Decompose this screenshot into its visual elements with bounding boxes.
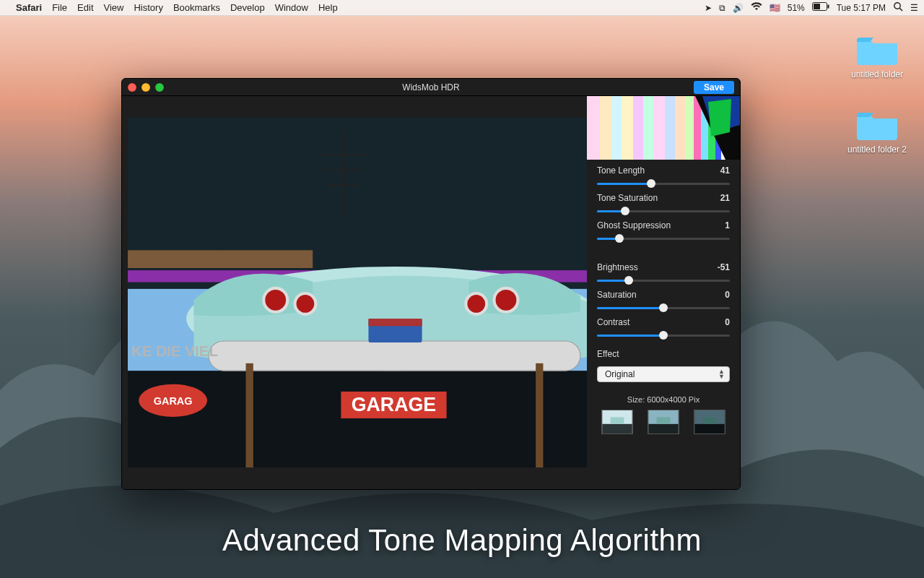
control-label: Contrast: [597, 317, 629, 327]
window-close-icon[interactable]: [128, 83, 136, 92]
window-titlebar[interactable]: WidsMob HDR Save: [122, 79, 740, 96]
svg-rect-54: [657, 417, 671, 423]
spotlight-icon[interactable]: [893, 1, 903, 14]
control-contrast: Contrast 0: [597, 317, 730, 340]
folder-label: untitled folder: [845, 69, 910, 79]
folder-icon: [854, 107, 900, 142]
control-value: 1: [725, 220, 730, 230]
adjustments-sidebar: Tone Length 41 Tone Saturation 21: [587, 96, 740, 489]
svg-rect-53: [648, 424, 678, 434]
svg-rect-51: [611, 417, 624, 423]
promo-caption: Advanced Tone Mapping Algorithm: [0, 523, 924, 558]
svg-rect-36: [643, 96, 653, 160]
mac-menubar: Safari File Edit View History Bookmarks …: [0, 0, 924, 16]
slider-tone-saturation[interactable]: [597, 206, 730, 216]
svg-rect-29: [536, 363, 543, 467]
svg-line-4: [899, 8, 902, 11]
thumbnail-1[interactable]: [601, 410, 633, 434]
slider-saturation[interactable]: [597, 303, 730, 313]
effect-label: Effect: [597, 349, 730, 359]
menu-file[interactable]: File: [52, 2, 67, 13]
menu-view[interactable]: View: [104, 2, 124, 13]
desktop-folder-2[interactable]: untitled folder 2: [845, 107, 910, 155]
control-label: Tone Saturation: [597, 193, 658, 203]
svg-rect-33: [611, 96, 622, 160]
save-button[interactable]: Save: [694, 81, 734, 94]
chevron-up-down-icon: ▲▼: [718, 369, 725, 379]
image-size-info: Size: 6000x4000 Pix: [587, 395, 740, 404]
slider-brightness[interactable]: [597, 275, 730, 285]
svg-rect-32: [600, 96, 611, 160]
desktop-folder-1[interactable]: untitled folder: [845, 32, 910, 79]
window-title: WidsMob HDR: [402, 82, 459, 92]
battery-icon[interactable]: [812, 2, 829, 13]
folder-icon: [854, 32, 900, 66]
widsmob-hdr-window: WidsMob HDR Save: [121, 78, 741, 490]
control-value: 41: [720, 165, 730, 176]
control-tone-saturation: Tone Saturation 21: [597, 193, 730, 216]
svg-marker-48: [708, 99, 731, 137]
input-flag-icon[interactable]: 🇺🇸: [770, 3, 780, 13]
slider-ghost-suppression[interactable]: [597, 233, 730, 243]
folder-label: untitled folder 2: [845, 144, 910, 155]
svg-rect-37: [653, 96, 665, 160]
clock[interactable]: Tue 5:17 PM: [837, 3, 886, 13]
svg-rect-56: [694, 424, 724, 434]
svg-text:KE  DIE  VIEL: KE DIE VIEL: [131, 342, 218, 359]
notification-center-icon[interactable]: ☰: [910, 3, 918, 13]
image-preview[interactable]: GARAGE GARAG KE DIE VIEL: [122, 96, 587, 489]
menu-help[interactable]: Help: [318, 2, 338, 13]
svg-rect-40: [685, 96, 694, 160]
effect-select[interactable]: Original ▲▼: [597, 366, 730, 382]
svg-rect-1: [827, 5, 829, 9]
control-brightness: Brightness -51: [597, 262, 730, 285]
svg-text:GARAG: GARAG: [154, 395, 193, 407]
window-zoom-icon[interactable]: [155, 83, 164, 92]
battery-percent: 51%: [788, 3, 805, 13]
thumbnail-2[interactable]: [648, 410, 679, 434]
svg-rect-16: [209, 341, 580, 371]
control-value: 0: [725, 290, 730, 300]
control-value: 0: [725, 317, 730, 327]
effect-selected-value: Original: [605, 369, 635, 379]
svg-rect-31: [587, 96, 600, 160]
screen-record-icon[interactable]: ⧉: [719, 3, 725, 13]
svg-rect-2: [814, 4, 820, 9]
volume-icon[interactable]: 🔊: [733, 3, 744, 13]
svg-rect-28: [246, 363, 253, 467]
menu-develop[interactable]: Develop: [230, 2, 265, 13]
menu-edit[interactable]: Edit: [77, 2, 93, 13]
svg-point-20: [466, 293, 487, 314]
svg-rect-35: [633, 96, 643, 160]
menu-window[interactable]: Window: [275, 2, 308, 13]
control-value: -51: [718, 262, 730, 272]
control-tone-length: Tone Length 41: [597, 165, 730, 189]
svg-rect-14: [128, 250, 313, 268]
menu-history[interactable]: History: [134, 2, 162, 13]
menubar-app-name[interactable]: Safari: [16, 2, 42, 13]
histogram: [587, 96, 740, 160]
svg-rect-50: [602, 424, 632, 434]
svg-rect-9: [128, 371, 587, 467]
slider-contrast[interactable]: [597, 330, 730, 340]
control-label: Tone Length: [597, 165, 645, 176]
svg-point-19: [494, 288, 518, 312]
window-minimize-icon[interactable]: [141, 83, 150, 92]
location-arrow-icon[interactable]: ➤: [705, 3, 712, 13]
svg-point-18: [295, 293, 315, 314]
exposure-thumbnails: [587, 410, 740, 441]
svg-text:GARAGE: GARAGE: [352, 394, 436, 415]
svg-point-3: [894, 3, 900, 9]
thumbnail-3[interactable]: [694, 410, 725, 434]
slider-tone-length[interactable]: [597, 178, 730, 189]
svg-rect-34: [622, 96, 633, 160]
control-value: 21: [720, 193, 730, 203]
svg-rect-38: [665, 96, 675, 160]
control-label: Saturation: [597, 290, 637, 300]
menu-bookmarks[interactable]: Bookmarks: [173, 2, 220, 13]
control-ghost-suppression: Ghost Suppression 1: [597, 220, 730, 243]
svg-rect-39: [675, 96, 685, 160]
wifi-icon[interactable]: [751, 2, 762, 13]
control-saturation: Saturation 0: [597, 290, 730, 313]
control-label: Ghost Suppression: [597, 220, 671, 230]
